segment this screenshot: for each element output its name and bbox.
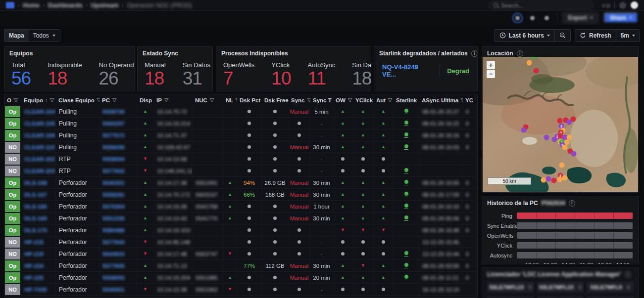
map-marker-purple[interactable] [521,128,527,133]
pc-link[interactable]: 5580486 [102,227,125,233]
map-marker-red[interactable] [551,178,557,183]
equipo-link[interactable]: CLEAR-105 [24,121,55,127]
map-marker-purple[interactable] [546,176,551,182]
filter-icon[interactable] [475,98,476,103]
pc-link[interactable]: 5575304 [102,204,125,210]
starlink-link[interactable] [404,263,408,269]
equipo-link[interactable]: DLS-166 [24,204,47,210]
map-marker-purple[interactable] [544,135,549,140]
search-input[interactable]: Search... [489,1,594,9]
user-avatar[interactable] [631,1,638,9]
breadcrumb-item[interactable]: Home [23,2,39,9]
pc-cell[interactable]: 5546901 [99,284,137,296]
pc-cell[interactable]: 5558290 [99,141,137,153]
pc-cell[interactable]: 5544910 [99,248,137,260]
column-header-nuc[interactable]: NUC [193,94,223,106]
license-box[interactable]: 5SLE7WFL230 [537,282,584,293]
timeline-bar[interactable] [517,232,633,239]
column-header-equipo[interactable]: Equipo↑ [21,94,56,106]
filter-icon[interactable] [307,98,311,103]
sort-ascending-icon[interactable]: ↑ [45,97,48,103]
column-header-sync[interactable]: Sync [289,94,310,106]
pc-cell[interactable]: 5575304 [99,201,137,213]
share-button[interactable]: Share [604,12,638,23]
equipo-cell[interactable]: DLS-167 [21,189,56,201]
filter-icon[interactable] [164,98,169,103]
panel-mode-icon[interactable] [512,13,523,23]
equipo-link[interactable]: DLS-170 [24,227,47,233]
refresh-button[interactable]: Refresh [575,30,616,42]
pc-cell[interactable]: 5558093 [99,272,137,284]
starlink-link[interactable] [404,215,408,221]
starlink-link[interactable] [404,144,408,150]
starlink-link[interactable] [404,204,408,210]
equipo-cell[interactable]: CLEAR-104 [21,106,56,118]
pc-link[interactable]: 5558730 [102,109,125,115]
starlink-link[interactable] [404,192,408,198]
add-button[interactable]: + v [602,2,610,8]
pc-link[interactable]: 5577605 [102,263,125,269]
equipo-cell[interactable]: HP-225 [21,272,56,284]
starlink-link[interactable] [404,180,408,186]
equipo-cell[interactable]: CLEAR-203 [21,165,56,177]
map-marker-orange[interactable] [527,60,532,66]
license-box[interactable]: 5SLE7WFL90 [587,282,634,293]
pc-cell[interactable]: 5580486 [99,224,137,236]
equipo-link[interactable]: DLS-169 [24,215,47,221]
timeline-bar[interactable] [517,252,633,258]
starlink-device-link[interactable]: NQ-V4-8249 VE... [382,63,433,78]
breadcrumb-item[interactable]: Dashboards [48,2,82,9]
mapa-select[interactable]: Todos [29,30,60,42]
column-header-pc[interactable]: PC [99,94,137,106]
pc-link[interactable]: 5546901 [102,287,125,293]
column-header-yclick[interactable]: YClick [353,94,374,106]
pc-link[interactable]: 5577643 [102,239,125,245]
pc-cell[interactable]: 5558094 [99,153,137,165]
column-header-dsk-free[interactable]: Dsk Free [262,94,289,106]
map-marker-orange[interactable] [562,145,568,150]
pc-link[interactable]: 5577573 [102,132,125,138]
equipo-cell[interactable]: HP-219 [21,248,56,260]
pc-cell[interactable]: 5551335 [99,213,137,224]
pc-link[interactable]: 5551335 [102,215,125,221]
starlink-link[interactable] [404,109,408,115]
column-header-nl[interactable]: NL [223,94,237,106]
pc-cell[interactable]: 5577602 [99,165,137,177]
equipo-link[interactable]: CLEAR-110 [24,144,55,150]
pc-cell[interactable]: 5577573 [99,129,137,141]
column-header-o[interactable]: O [4,94,21,106]
equipo-cell[interactable]: CLEAR-105 [21,118,56,129]
info-icon[interactable]: i [517,50,523,57]
pc-link[interactable]: 5544910 [102,251,125,257]
map-marker-purple[interactable] [552,137,557,142]
equipo-cell[interactable]: CLEAR-106 [21,129,56,141]
starlink-link[interactable] [404,168,408,174]
column-header-ip[interactable]: IP [154,94,193,106]
map-marker-orange[interactable] [562,175,568,181]
equipo-cell[interactable]: HP-215 [21,236,56,248]
equipo-link[interactable]: CLEAR-106 [24,132,55,138]
equipo-cell[interactable]: DLS-170 [21,224,56,236]
column-header-ow[interactable]: OW [333,94,353,106]
equipo-link[interactable]: DLS-168 [24,180,47,186]
pc-cell[interactable]: 5577643 [99,236,137,248]
pc-link[interactable]: 5560297 [102,121,125,127]
map-marker-red[interactable] [534,68,539,74]
column-header-clase-equipo[interactable]: Clase Equipo [56,94,99,106]
grafana-logo[interactable] [6,2,14,8]
starlink-link[interactable] [404,275,408,281]
refresh-interval-select[interactable]: 5m [616,30,640,42]
star-icon[interactable] [528,13,537,22]
equipo-cell[interactable]: HP-T430 [21,284,56,296]
filter-icon[interactable] [209,98,214,103]
pc-link[interactable]: 5558093 [102,275,125,281]
pc-link[interactable]: 5546301 [102,180,125,186]
breadcrumb-item[interactable]: Operación NOC (PROD) [127,2,192,9]
map-marker-purple[interactable] [571,151,577,157]
column-header-aut[interactable]: Aut [374,94,394,106]
timeline-bar[interactable] [517,213,633,219]
pc-cell[interactable]: 5558281 [99,189,137,201]
starlink-link[interactable] [404,251,408,257]
starlink-link[interactable] [404,121,408,127]
breadcrumb-item[interactable]: Upstream [91,2,118,9]
